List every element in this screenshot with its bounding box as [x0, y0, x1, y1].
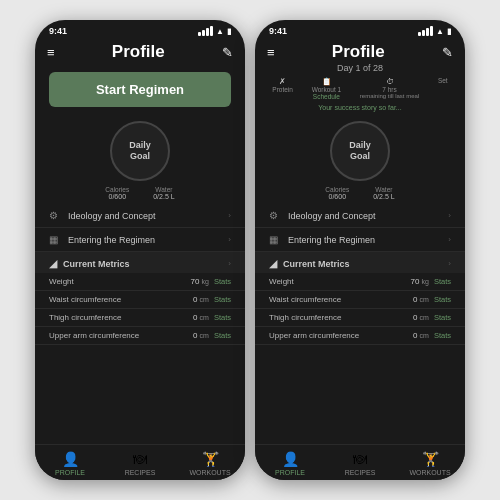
- metric-unit-waist-left: cm: [200, 296, 209, 303]
- bottom-nav-left: 👤 PROFILE 🍽 RECIPES 🏋 WORKOUTS: [35, 444, 245, 480]
- menu-item-regimen-right[interactable]: ▦ Entering the Regimen ›: [255, 228, 465, 252]
- recipes-nav-icon-right: 🍽: [353, 451, 367, 467]
- goal-circle-right: DailyGoal: [330, 121, 390, 181]
- metric-name-arm-left: Upper arm circumference: [49, 331, 180, 340]
- header-left: ≡ Profile ✎: [35, 38, 245, 68]
- metric-name-weight-left: Weight: [49, 277, 182, 286]
- metrics-label-left: Current Metrics: [63, 259, 228, 269]
- day-subtitle-right: Day 1 of 28: [337, 63, 383, 73]
- metrics-label-right: Current Metrics: [283, 259, 448, 269]
- metric-row-waist-right: Waist circumference 0 cm Stats: [255, 291, 465, 309]
- edit-icon-right[interactable]: ✎: [442, 45, 453, 60]
- menu-section-right: ⚙ Ideology and Concept › ▦ Entering the …: [255, 204, 465, 444]
- wifi-icon-left: ▲: [216, 27, 224, 36]
- metrics-icon-right: ◢: [269, 257, 277, 270]
- water-stat-right: Water 0/2.5 L: [373, 186, 394, 200]
- metric-row-arm-left: Upper arm circumference 0 cm Stats: [35, 327, 245, 345]
- metric-stats-weight-left[interactable]: Stats: [214, 277, 231, 286]
- profile-nav-label-right: PROFILE: [275, 469, 305, 476]
- ideology-icon-left: ⚙: [49, 210, 61, 221]
- metrics-arrow-right: ›: [448, 259, 451, 268]
- signal-bar-2: [202, 30, 205, 36]
- metric-name-waist-right: Waist circumference: [269, 295, 400, 304]
- metric-stats-thigh-left[interactable]: Stats: [214, 313, 231, 322]
- metrics-table-left: Weight 70 kg Stats Waist circumference 0…: [35, 273, 245, 349]
- edit-icon-left[interactable]: ✎: [222, 45, 233, 60]
- metric-unit-arm-right: cm: [420, 332, 429, 339]
- metric-stats-waist-left[interactable]: Stats: [214, 295, 231, 304]
- goal-stats-left: Calories 0/600 Water 0/2.5 L: [105, 186, 174, 200]
- metric-name-waist-left: Waist circumference: [49, 295, 180, 304]
- goal-area-left: DailyGoal Calories 0/600 Water 0/2.5 L: [35, 115, 245, 204]
- metric-name-thigh-left: Thigh circumference: [49, 313, 180, 322]
- metric-row-waist-left: Waist circumference 0 cm Stats: [35, 291, 245, 309]
- protein-icon: ✗: [272, 77, 293, 86]
- recipes-nav-icon-left: 🍽: [133, 451, 147, 467]
- left-phone: 9:41 ▲ ▮ ≡ Profile ✎ Start Regimen Daily…: [35, 20, 245, 480]
- regimen-label-left: Entering the Regimen: [68, 235, 228, 245]
- day-info-bar-right: ✗ Protein 📋 Workout 1 Schedule ⏱ 7 hrs r…: [255, 75, 465, 102]
- metric-val-waist-left: 0: [180, 295, 198, 304]
- nav-workouts-left[interactable]: 🏋 WORKOUTS: [175, 451, 245, 476]
- metric-stats-arm-right[interactable]: Stats: [434, 331, 451, 340]
- regimen-arrow-right: ›: [448, 235, 451, 244]
- menu-item-ideology-right[interactable]: ⚙ Ideology and Concept ›: [255, 204, 465, 228]
- menu-icon-right[interactable]: ≡: [267, 45, 275, 60]
- regimen-arrow-left: ›: [228, 235, 231, 244]
- nav-profile-left[interactable]: 👤 PROFILE: [35, 451, 105, 476]
- metrics-arrow-left: ›: [228, 259, 231, 268]
- schedule-label: Schedule: [312, 93, 342, 100]
- profile-nav-icon-right: 👤: [282, 451, 299, 467]
- status-bar-left: 9:41 ▲ ▮: [35, 20, 245, 38]
- metric-unit-weight-right: kg: [422, 278, 429, 285]
- metric-stats-thigh-right[interactable]: Stats: [434, 313, 451, 322]
- metric-stats-weight-right[interactable]: Stats: [434, 277, 451, 286]
- metric-unit-thigh-right: cm: [420, 314, 429, 321]
- metric-unit-thigh-left: cm: [200, 314, 209, 321]
- page-title-right: Profile: [275, 42, 442, 62]
- start-regimen-button[interactable]: Start Regimen: [49, 72, 231, 107]
- regimen-icon-right: ▦: [269, 234, 281, 245]
- day-info-set: Set: [438, 77, 448, 100]
- workouts-nav-label-left: WORKOUTS: [189, 469, 230, 476]
- goal-circle-text-right: DailyGoal: [349, 140, 371, 162]
- ideology-arrow-left: ›: [228, 211, 231, 220]
- menu-icon-left[interactable]: ≡: [47, 45, 55, 60]
- signal-bar-4: [210, 26, 213, 36]
- workouts-nav-icon-right: 🏋: [422, 451, 439, 467]
- right-phone: 9:41 ▲ ▮ ≡ Profile ✎ Day 1 of 28 ✗ Prote…: [255, 20, 465, 480]
- nav-workouts-right[interactable]: 🏋 WORKOUTS: [395, 451, 465, 476]
- recipes-nav-label-left: RECIPES: [125, 469, 156, 476]
- workouts-nav-icon-left: 🏋: [202, 451, 219, 467]
- day-info-protein: ✗ Protein: [272, 77, 293, 100]
- metric-unit-arm-left: cm: [200, 332, 209, 339]
- metric-name-thigh-right: Thigh circumference: [269, 313, 400, 322]
- metrics-header-left[interactable]: ◢ Current Metrics ›: [35, 252, 245, 273]
- metric-stats-waist-right[interactable]: Stats: [434, 295, 451, 304]
- nav-recipes-right[interactable]: 🍽 RECIPES: [325, 451, 395, 476]
- metrics-header-right[interactable]: ◢ Current Metrics ›: [255, 252, 465, 273]
- wifi-icon-right: ▲: [436, 27, 444, 36]
- menu-item-regimen-left[interactable]: ▦ Entering the Regimen ›: [35, 228, 245, 252]
- battery-icon-right: ▮: [447, 27, 451, 36]
- time-icon: ⏱: [360, 77, 419, 86]
- time-left: 9:41: [49, 26, 67, 36]
- goal-stats-right: Calories 0/600 Water 0/2.5 L: [325, 186, 394, 200]
- profile-nav-icon-left: 👤: [62, 451, 79, 467]
- menu-item-ideology-left[interactable]: ⚙ Ideology and Concept ›: [35, 204, 245, 228]
- metric-stats-arm-left[interactable]: Stats: [214, 331, 231, 340]
- nav-recipes-left[interactable]: 🍽 RECIPES: [105, 451, 175, 476]
- nav-profile-right[interactable]: 👤 PROFILE: [255, 451, 325, 476]
- ideology-arrow-right: ›: [448, 211, 451, 220]
- metric-val-weight-left: 70: [182, 277, 200, 286]
- status-bar-right: 9:41 ▲ ▮: [255, 20, 465, 38]
- recipes-nav-label-right: RECIPES: [345, 469, 376, 476]
- ideology-label-right: Ideology and Concept: [288, 211, 448, 221]
- signal-bar-r4: [430, 26, 433, 36]
- menu-section-left: ⚙ Ideology and Concept › ▦ Entering the …: [35, 204, 245, 444]
- metric-name-arm-right: Upper arm circumference: [269, 331, 400, 340]
- goal-area-right: DailyGoal Calories 0/600 Water 0/2.5 L: [255, 115, 465, 204]
- metric-val-weight-right: 70: [402, 277, 420, 286]
- status-icons-right: ▲ ▮: [418, 26, 451, 36]
- metrics-icon-left: ◢: [49, 257, 57, 270]
